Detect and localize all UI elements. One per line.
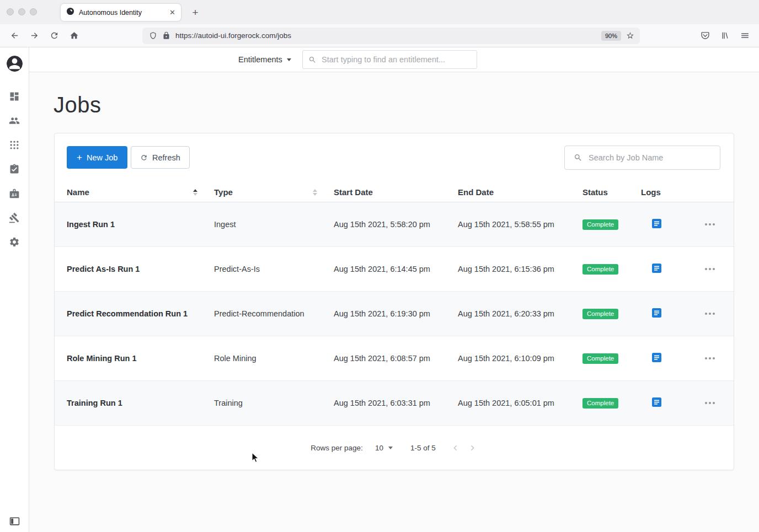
logs-button[interactable]: [652, 397, 661, 407]
table-row: Predict Recommendation Run 1 Predict-Rec…: [55, 292, 734, 336]
sidebar-item-tasks[interactable]: [9, 164, 20, 175]
job-type: Predict-Recommendation: [214, 309, 334, 318]
job-end-date: Aug 15th 2021, 6:10:09 pm: [458, 354, 582, 363]
table-row: Training Run 1 Training Aug 15th 2021, 6…: [55, 381, 734, 426]
job-name: Predict Recommendation Run 1: [67, 309, 214, 318]
search-icon: [574, 153, 582, 162]
main-content: Jobs + New Job Refresh: [29, 72, 759, 532]
rows-per-page-label: Rows per page:: [311, 444, 363, 452]
tab-favicon: [66, 7, 74, 18]
job-search[interactable]: [564, 146, 720, 170]
new-tab-button[interactable]: +: [189, 6, 202, 19]
sidebar-item-dashboard[interactable]: [9, 91, 20, 102]
status-badge: Complete: [582, 353, 618, 364]
column-header-type[interactable]: Type: [214, 187, 334, 197]
job-name: Ingest Run 1: [67, 220, 214, 229]
new-job-button[interactable]: + New Job: [67, 146, 127, 169]
sidebar-collapse-button[interactable]: [0, 516, 29, 526]
sidebar-item-entitlements[interactable]: [9, 188, 20, 199]
url-input[interactable]: https://autoid-ui.forgerock.com/jobs: [175, 31, 596, 40]
rows-per-page-select[interactable]: 10: [375, 444, 393, 452]
browser-chrome: Autonomous Identity ✕ + https://autoid-u…: [0, 0, 759, 47]
job-end-date: Aug 15th 2021, 6:05:01 pm: [458, 399, 582, 407]
browser-tab[interactable]: Autonomous Identity ✕: [61, 4, 181, 21]
forward-button[interactable]: [24, 28, 44, 44]
library-icon[interactable]: [715, 28, 735, 44]
job-name: Predict As-Is Run 1: [67, 265, 214, 273]
entitlements-dropdown-label: Entitlements: [238, 55, 282, 64]
column-header-end-date: End Date: [458, 187, 582, 197]
column-header-name[interactable]: Name: [67, 187, 214, 197]
reload-button[interactable]: [44, 28, 64, 44]
sidebar-item-settings[interactable]: [9, 237, 20, 248]
logs-button[interactable]: [652, 308, 661, 318]
app-frame: Entitlements Jobs + New Job Refresh: [0, 47, 759, 532]
page-title: Jobs: [54, 92, 101, 117]
logs-button[interactable]: [652, 264, 661, 273]
table-header: Name Type Start Date End Date Status Log…: [55, 182, 734, 202]
job-end-date: Aug 15th 2021, 6:20:33 pm: [458, 309, 582, 318]
app-sidebar: [0, 47, 29, 532]
job-type: Training: [214, 399, 334, 407]
menu-button[interactable]: [735, 28, 755, 44]
tab-title: Autonomous Identity: [79, 9, 165, 17]
table-row: Predict As-Is Run 1 Predict-As-Is Aug 15…: [55, 247, 734, 292]
url-bar[interactable]: https://autoid-ui.forgerock.com/jobs 90%: [142, 28, 640, 44]
row-actions-button[interactable]: [705, 402, 715, 404]
bookmark-star-icon[interactable]: [626, 31, 634, 40]
job-search-input[interactable]: [589, 153, 713, 162]
entitlement-search-input[interactable]: [322, 55, 471, 64]
sort-icon: [313, 189, 317, 196]
job-type: Predict-As-Is: [214, 265, 334, 273]
pagination-range: 1-5 of 5: [410, 444, 436, 452]
chevron-down-icon: [388, 447, 393, 449]
row-actions-button[interactable]: [705, 223, 715, 225]
window-zoom-button[interactable]: [30, 8, 37, 15]
status-badge: Complete: [582, 398, 618, 409]
job-type: Ingest: [214, 220, 334, 229]
status-badge: Complete: [582, 219, 618, 230]
search-icon: [308, 56, 317, 64]
sort-icon: [193, 189, 197, 196]
window-minimize-button[interactable]: [18, 8, 25, 15]
avatar[interactable]: [7, 56, 23, 72]
refresh-button[interactable]: Refresh: [131, 146, 190, 169]
plus-icon: +: [77, 153, 82, 162]
navigation-toolbar: https://autoid-ui.forgerock.com/jobs 90%: [0, 24, 759, 47]
column-header-logs: Logs: [641, 187, 689, 197]
chevron-down-icon: [287, 58, 291, 61]
window-close-button[interactable]: [7, 8, 14, 15]
previous-page-button[interactable]: [450, 443, 461, 453]
table-row: Role Mining Run 1 Role Mining Aug 15th 2…: [55, 336, 734, 381]
tab-close-button[interactable]: ✕: [169, 8, 175, 17]
back-button[interactable]: [4, 28, 24, 44]
job-start-date: Aug 15th 2021, 6:03:31 pm: [334, 399, 458, 407]
tracking-shield-icon[interactable]: [149, 31, 157, 40]
toolbar-right: [695, 28, 755, 44]
row-actions-button[interactable]: [705, 357, 715, 359]
job-end-date: Aug 15th 2021, 5:58:55 pm: [458, 220, 582, 229]
entitlement-search[interactable]: [302, 50, 477, 69]
lock-icon[interactable]: [162, 31, 170, 40]
column-header-status: Status: [582, 187, 641, 197]
sidebar-item-identities[interactable]: [9, 115, 20, 126]
row-actions-button[interactable]: [705, 313, 715, 315]
job-name: Training Run 1: [67, 399, 214, 407]
next-page-button[interactable]: [467, 443, 478, 453]
job-end-date: Aug 15th 2021, 6:15:36 pm: [458, 265, 582, 273]
status-badge: Complete: [582, 264, 618, 275]
jobs-toolbar: + New Job Refresh: [55, 133, 734, 182]
logs-button[interactable]: [652, 353, 661, 362]
zoom-indicator[interactable]: 90%: [601, 31, 621, 41]
sidebar-item-rules[interactable]: [9, 212, 20, 223]
app-topbar: Entitlements: [29, 47, 759, 72]
sidebar-item-applications[interactable]: [9, 139, 20, 151]
column-header-start-date: Start Date: [334, 187, 458, 197]
job-start-date: Aug 15th 2021, 5:58:20 pm: [334, 220, 458, 229]
home-button[interactable]: [64, 28, 84, 44]
row-actions-button[interactable]: [705, 268, 715, 270]
logs-button[interactable]: [652, 219, 661, 228]
entitlements-dropdown[interactable]: Entitlements: [238, 47, 291, 72]
pocket-icon[interactable]: [695, 28, 715, 44]
job-start-date: Aug 15th 2021, 6:08:57 pm: [334, 354, 458, 363]
